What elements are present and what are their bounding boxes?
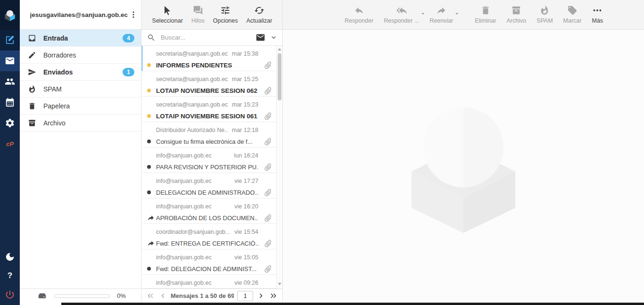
message-date: mar 15:38 — [232, 50, 258, 57]
message-row[interactable]: secretaria@sanjuan.gob.ecmar 15:23LOTAIP… — [141, 97, 276, 122]
previous-page-button[interactable] — [158, 291, 167, 300]
toolbar-button-actualizar[interactable]: Actualizar — [245, 4, 274, 25]
first-page-button[interactable] — [146, 291, 155, 300]
message-row[interactable]: info@sanjuan.gob.ecvie 17:27DELEGACION D… — [141, 173, 276, 198]
read-dot-icon — [147, 187, 156, 198]
message-subject: Consigue tu firma electrónica de f... — [156, 136, 258, 147]
folder-label: SPAM — [43, 85, 134, 93]
folder-item-papelera[interactable]: Papelera — [20, 98, 141, 115]
send-icon — [28, 68, 36, 76]
rail-button-help[interactable]: ? — [0, 270, 20, 281]
toolbar-button-reenviar[interactable]: Reenviar — [428, 4, 454, 25]
read-dot-icon — [147, 161, 156, 173]
unread-count-badge: 4 — [123, 34, 134, 42]
unread-dot-icon — [147, 59, 156, 71]
message-row[interactable]: secretaria@sanjuan.gob.ecmar 15:25LOTAIP… — [141, 71, 276, 97]
read-dot-icon — [147, 263, 156, 274]
message-list-scrollbar[interactable] — [276, 46, 282, 289]
message-subject: DELEGACION DE ADMINISTRADO... — [156, 187, 258, 198]
search-bar — [141, 30, 282, 46]
rail-button-dark-mode[interactable] — [0, 251, 20, 263]
message-row[interactable]: info@sanjuan.gob.ecvie 09:26 — [141, 275, 276, 289]
toolbar-button-marcar[interactable]: Marcar — [562, 4, 583, 25]
folder-item-archivo[interactable]: Archivo — [20, 115, 141, 132]
toolbar-button-label: Opciones — [213, 17, 238, 24]
message-row[interactable]: info@sanjuan.gob.ecvie 16:20APROBACIÓN D… — [141, 198, 276, 224]
forwarded-icon — [147, 212, 156, 223]
hard-drive-icon — [37, 291, 47, 301]
message-row[interactable]: info@sanjuan.gob.eclun 16:24PARA REVISIO… — [141, 148, 276, 173]
rail-button-settings[interactable] — [0, 113, 20, 133]
folder-item-borradores[interactable]: Borradores — [20, 47, 141, 64]
caret-down-icon[interactable] — [454, 10, 460, 17]
rail-spacer — [0, 154, 20, 251]
toolbar-button-responder[interactable]: Responder ... — [382, 4, 421, 25]
folder-item-enviados[interactable]: Enviados1 — [20, 64, 141, 81]
message-date: mar 15:25 — [232, 76, 258, 82]
message-subject: Fwd: ENTREGA DE CERTIFICACIÓ... — [156, 238, 258, 249]
message-subject: INFORMES PENDIENTES — [156, 59, 258, 71]
scrollbar-thumb[interactable] — [278, 53, 281, 100]
archive-icon — [28, 119, 36, 127]
toolbar-button-eliminar[interactable]: Eliminar — [473, 4, 497, 25]
search-icon[interactable] — [147, 33, 156, 42]
search-input[interactable] — [160, 33, 251, 41]
last-page-button[interactable] — [269, 291, 278, 300]
toolbar-button-mas[interactable]: Más — [590, 4, 604, 25]
toolbar-button-label: Responder ... — [384, 17, 419, 24]
message-sender: info@sanjuan.gob.ec — [156, 152, 212, 159]
envelope-icon[interactable] — [256, 33, 265, 42]
cpanel-icon[interactable]: cP — [0, 133, 20, 154]
page-number-input[interactable] — [237, 291, 253, 301]
next-page-button[interactable] — [256, 291, 265, 300]
forward-icon — [436, 5, 446, 16]
toolbar-button-opciones[interactable]: Opciones — [212, 4, 239, 25]
reading-pane — [283, 30, 644, 305]
hard-drive-icon — [37, 291, 47, 301]
message-row[interactable]: coordinador@sanjuan.gob....vie 15:54Fwd:… — [141, 224, 276, 249]
toolbar-button-spam[interactable]: SPAM — [535, 4, 554, 25]
folder-label: Borradores — [43, 51, 134, 59]
content-row: secretaria@sanjuan.gob.ecmar 15:38INFORM… — [141, 30, 644, 305]
calendar-icon — [5, 97, 15, 107]
left-rail: cP ? — [0, 0, 20, 305]
rail-button-compose[interactable] — [0, 30, 20, 50]
scroll-up-arrow[interactable] — [278, 48, 281, 50]
quota-percent: 0% — [117, 292, 126, 299]
folder-item-entrada[interactable]: Entrada4 — [20, 30, 141, 47]
read-dot-icon — [147, 136, 156, 147]
rail-button-mail[interactable] — [0, 50, 20, 71]
attachment-icon — [258, 263, 272, 274]
message-header: coordinador@sanjuan.gob....vie 15:54 — [156, 227, 272, 237]
scroll-down-arrow[interactable] — [278, 283, 281, 285]
rail-button-contacts[interactable] — [0, 71, 20, 92]
power-icon — [5, 289, 15, 300]
toolbar-button-seleccionar[interactable]: Seleccionar — [151, 4, 184, 25]
flame-icon — [539, 5, 550, 16]
rail-button-logout[interactable] — [0, 289, 20, 300]
toolbar-button-responder[interactable]: Responder — [343, 4, 375, 25]
toolbar-button-hilos[interactable]: Hilos — [190, 4, 206, 25]
message-row[interactable]: Distribuidor Autorizado Ne...mar 12:18Co… — [141, 122, 276, 148]
chevron-down-icon[interactable] — [270, 33, 278, 41]
toolbar: SeleccionarHilosOpcionesActualizar Respo… — [141, 0, 644, 30]
message-sender: coordinador@sanjuan.gob.... — [156, 229, 231, 235]
toolbar-button-label: Eliminar — [475, 17, 496, 24]
kebab-menu-icon[interactable] — [129, 10, 138, 19]
message-subject: Fwd: DELEGACION DE ADMINIST... — [156, 263, 258, 274]
toolbar-left-group: SeleccionarHilosOpcionesActualizar — [141, 4, 283, 25]
message-row[interactable]: info@sanjuan.gob.ecvie 15:05Fwd: DELEGAC… — [141, 249, 276, 275]
attachment-icon — [258, 238, 272, 249]
caret-down-icon[interactable] — [420, 10, 426, 17]
message-date: mar 15:23 — [232, 101, 258, 108]
toolbar-button-archivo[interactable]: Archivo — [505, 4, 528, 25]
message-sender: info@sanjuan.gob.ec — [156, 280, 212, 286]
forwarded-icon — [147, 238, 156, 249]
attachment-icon — [258, 110, 272, 122]
message-row[interactable]: secretaria@sanjuan.gob.ecmar 15:38INFORM… — [141, 46, 276, 71]
folder-item-spam[interactable]: SPAM — [20, 81, 141, 98]
rail-button-calendar[interactable] — [0, 92, 20, 113]
snappymail-logo — [4, 8, 16, 22]
refresh-icon — [254, 5, 264, 16]
message-sender: info@sanjuan.gob.ec — [156, 203, 212, 210]
